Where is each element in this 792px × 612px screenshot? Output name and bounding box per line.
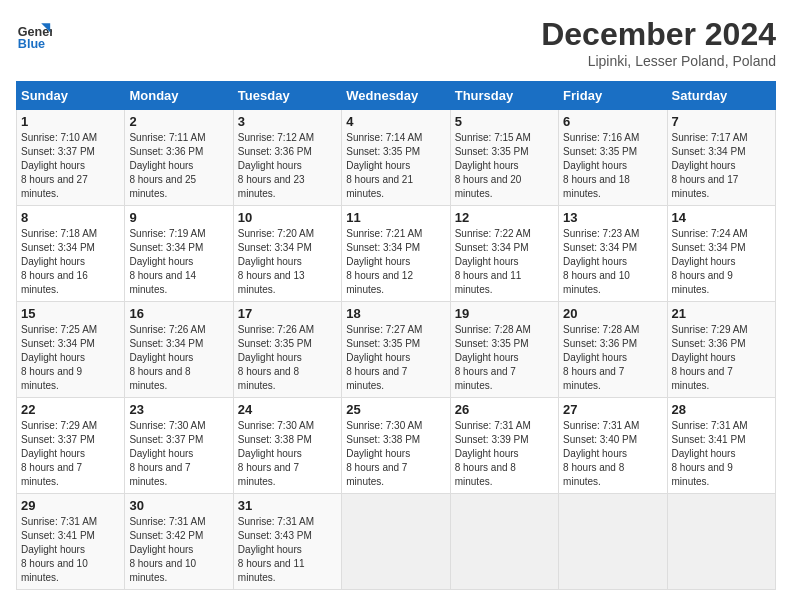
title-area: December 2024 Lipinki, Lesser Poland, Po… xyxy=(541,16,776,69)
day-number: 12 xyxy=(455,210,554,225)
day-number: 16 xyxy=(129,306,228,321)
cell-info: Sunrise: 7:14 AM Sunset: 3:35 PM Dayligh… xyxy=(346,131,445,201)
calendar-week: 1 Sunrise: 7:10 AM Sunset: 3:37 PM Dayli… xyxy=(17,110,776,206)
calendar-cell: 22 Sunrise: 7:29 AM Sunset: 3:37 PM Dayl… xyxy=(17,398,125,494)
weekday-header: Friday xyxy=(559,82,667,110)
day-number: 28 xyxy=(672,402,771,417)
calendar-table: SundayMondayTuesdayWednesdayThursdayFrid… xyxy=(16,81,776,590)
day-number: 7 xyxy=(672,114,771,129)
calendar-cell xyxy=(559,494,667,590)
calendar-cell: 10 Sunrise: 7:20 AM Sunset: 3:34 PM Dayl… xyxy=(233,206,341,302)
calendar-cell: 26 Sunrise: 7:31 AM Sunset: 3:39 PM Dayl… xyxy=(450,398,558,494)
calendar-cell: 14 Sunrise: 7:24 AM Sunset: 3:34 PM Dayl… xyxy=(667,206,775,302)
day-number: 11 xyxy=(346,210,445,225)
cell-info: Sunrise: 7:27 AM Sunset: 3:35 PM Dayligh… xyxy=(346,323,445,393)
day-number: 25 xyxy=(346,402,445,417)
calendar-cell: 17 Sunrise: 7:26 AM Sunset: 3:35 PM Dayl… xyxy=(233,302,341,398)
calendar-cell: 31 Sunrise: 7:31 AM Sunset: 3:43 PM Dayl… xyxy=(233,494,341,590)
calendar-cell: 13 Sunrise: 7:23 AM Sunset: 3:34 PM Dayl… xyxy=(559,206,667,302)
calendar-cell: 15 Sunrise: 7:25 AM Sunset: 3:34 PM Dayl… xyxy=(17,302,125,398)
day-number: 26 xyxy=(455,402,554,417)
calendar-cell xyxy=(667,494,775,590)
weekday-header: Sunday xyxy=(17,82,125,110)
logo-icon: General Blue xyxy=(16,16,52,52)
day-number: 4 xyxy=(346,114,445,129)
day-number: 13 xyxy=(563,210,662,225)
calendar-cell: 27 Sunrise: 7:31 AM Sunset: 3:40 PM Dayl… xyxy=(559,398,667,494)
calendar-cell xyxy=(450,494,558,590)
cell-info: Sunrise: 7:11 AM Sunset: 3:36 PM Dayligh… xyxy=(129,131,228,201)
cell-info: Sunrise: 7:26 AM Sunset: 3:35 PM Dayligh… xyxy=(238,323,337,393)
calendar-cell: 25 Sunrise: 7:30 AM Sunset: 3:38 PM Dayl… xyxy=(342,398,450,494)
day-number: 1 xyxy=(21,114,120,129)
day-number: 31 xyxy=(238,498,337,513)
day-number: 5 xyxy=(455,114,554,129)
calendar-cell: 23 Sunrise: 7:30 AM Sunset: 3:37 PM Dayl… xyxy=(125,398,233,494)
calendar-cell: 12 Sunrise: 7:22 AM Sunset: 3:34 PM Dayl… xyxy=(450,206,558,302)
header-row: SundayMondayTuesdayWednesdayThursdayFrid… xyxy=(17,82,776,110)
day-number: 29 xyxy=(21,498,120,513)
calendar-week: 22 Sunrise: 7:29 AM Sunset: 3:37 PM Dayl… xyxy=(17,398,776,494)
day-number: 9 xyxy=(129,210,228,225)
weekday-header: Saturday xyxy=(667,82,775,110)
weekday-header: Wednesday xyxy=(342,82,450,110)
calendar-cell: 9 Sunrise: 7:19 AM Sunset: 3:34 PM Dayli… xyxy=(125,206,233,302)
day-number: 24 xyxy=(238,402,337,417)
calendar-week: 15 Sunrise: 7:25 AM Sunset: 3:34 PM Dayl… xyxy=(17,302,776,398)
weekday-header: Monday xyxy=(125,82,233,110)
calendar-cell: 11 Sunrise: 7:21 AM Sunset: 3:34 PM Dayl… xyxy=(342,206,450,302)
cell-info: Sunrise: 7:30 AM Sunset: 3:38 PM Dayligh… xyxy=(346,419,445,489)
cell-info: Sunrise: 7:20 AM Sunset: 3:34 PM Dayligh… xyxy=(238,227,337,297)
cell-info: Sunrise: 7:23 AM Sunset: 3:34 PM Dayligh… xyxy=(563,227,662,297)
day-number: 27 xyxy=(563,402,662,417)
cell-info: Sunrise: 7:21 AM Sunset: 3:34 PM Dayligh… xyxy=(346,227,445,297)
cell-info: Sunrise: 7:31 AM Sunset: 3:43 PM Dayligh… xyxy=(238,515,337,585)
cell-info: Sunrise: 7:29 AM Sunset: 3:36 PM Dayligh… xyxy=(672,323,771,393)
cell-info: Sunrise: 7:22 AM Sunset: 3:34 PM Dayligh… xyxy=(455,227,554,297)
day-number: 19 xyxy=(455,306,554,321)
calendar-cell: 4 Sunrise: 7:14 AM Sunset: 3:35 PM Dayli… xyxy=(342,110,450,206)
cell-info: Sunrise: 7:30 AM Sunset: 3:38 PM Dayligh… xyxy=(238,419,337,489)
calendar-cell: 8 Sunrise: 7:18 AM Sunset: 3:34 PM Dayli… xyxy=(17,206,125,302)
calendar-week: 8 Sunrise: 7:18 AM Sunset: 3:34 PM Dayli… xyxy=(17,206,776,302)
cell-info: Sunrise: 7:29 AM Sunset: 3:37 PM Dayligh… xyxy=(21,419,120,489)
header: General Blue December 2024 Lipinki, Less… xyxy=(16,16,776,69)
day-number: 22 xyxy=(21,402,120,417)
cell-info: Sunrise: 7:28 AM Sunset: 3:35 PM Dayligh… xyxy=(455,323,554,393)
calendar-cell: 1 Sunrise: 7:10 AM Sunset: 3:37 PM Dayli… xyxy=(17,110,125,206)
day-number: 14 xyxy=(672,210,771,225)
cell-info: Sunrise: 7:26 AM Sunset: 3:34 PM Dayligh… xyxy=(129,323,228,393)
cell-info: Sunrise: 7:31 AM Sunset: 3:41 PM Dayligh… xyxy=(672,419,771,489)
day-number: 15 xyxy=(21,306,120,321)
cell-info: Sunrise: 7:16 AM Sunset: 3:35 PM Dayligh… xyxy=(563,131,662,201)
day-number: 6 xyxy=(563,114,662,129)
calendar-cell: 29 Sunrise: 7:31 AM Sunset: 3:41 PM Dayl… xyxy=(17,494,125,590)
day-number: 20 xyxy=(563,306,662,321)
svg-text:Blue: Blue xyxy=(18,37,45,51)
calendar-cell: 30 Sunrise: 7:31 AM Sunset: 3:42 PM Dayl… xyxy=(125,494,233,590)
calendar-cell: 28 Sunrise: 7:31 AM Sunset: 3:41 PM Dayl… xyxy=(667,398,775,494)
day-number: 18 xyxy=(346,306,445,321)
day-number: 10 xyxy=(238,210,337,225)
calendar-cell: 5 Sunrise: 7:15 AM Sunset: 3:35 PM Dayli… xyxy=(450,110,558,206)
day-number: 23 xyxy=(129,402,228,417)
day-number: 2 xyxy=(129,114,228,129)
calendar-cell: 20 Sunrise: 7:28 AM Sunset: 3:36 PM Dayl… xyxy=(559,302,667,398)
calendar-cell: 16 Sunrise: 7:26 AM Sunset: 3:34 PM Dayl… xyxy=(125,302,233,398)
day-number: 3 xyxy=(238,114,337,129)
cell-info: Sunrise: 7:25 AM Sunset: 3:34 PM Dayligh… xyxy=(21,323,120,393)
day-number: 30 xyxy=(129,498,228,513)
month-title: December 2024 xyxy=(541,16,776,53)
cell-info: Sunrise: 7:31 AM Sunset: 3:39 PM Dayligh… xyxy=(455,419,554,489)
cell-info: Sunrise: 7:15 AM Sunset: 3:35 PM Dayligh… xyxy=(455,131,554,201)
weekday-header: Thursday xyxy=(450,82,558,110)
calendar-cell: 7 Sunrise: 7:17 AM Sunset: 3:34 PM Dayli… xyxy=(667,110,775,206)
cell-info: Sunrise: 7:24 AM Sunset: 3:34 PM Dayligh… xyxy=(672,227,771,297)
cell-info: Sunrise: 7:31 AM Sunset: 3:41 PM Dayligh… xyxy=(21,515,120,585)
calendar-cell xyxy=(342,494,450,590)
calendar-cell: 24 Sunrise: 7:30 AM Sunset: 3:38 PM Dayl… xyxy=(233,398,341,494)
calendar-cell: 2 Sunrise: 7:11 AM Sunset: 3:36 PM Dayli… xyxy=(125,110,233,206)
calendar-cell: 21 Sunrise: 7:29 AM Sunset: 3:36 PM Dayl… xyxy=(667,302,775,398)
cell-info: Sunrise: 7:12 AM Sunset: 3:36 PM Dayligh… xyxy=(238,131,337,201)
day-number: 21 xyxy=(672,306,771,321)
